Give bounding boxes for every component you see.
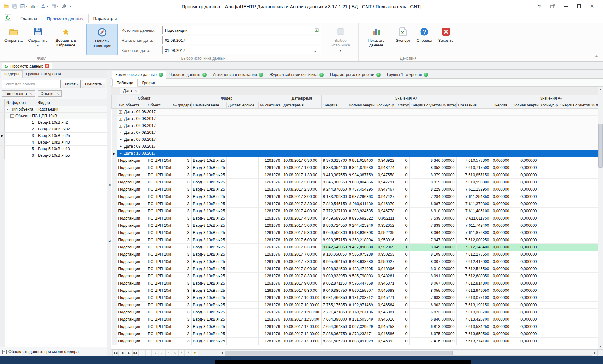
qat-customize-button[interactable]: ▾ bbox=[70, 5, 71, 8]
collapse-box-icon[interactable]: − bbox=[6, 108, 9, 111]
table-row[interactable]: ПодстанцииПС ЦРП 10кВ3Ввод-3 10кВ яч2512… bbox=[112, 316, 598, 323]
source-input[interactable] bbox=[163, 28, 313, 33]
scroll-right-button[interactable]: ▶ bbox=[592, 350, 597, 356]
report-quick-button[interactable]: ▾ bbox=[20, 4, 27, 9]
filter-button[interactable]: ▼ bbox=[192, 350, 198, 356]
column-header[interactable]: Энергия с учетом % потерь bbox=[410, 102, 457, 108]
help-button[interactable]: ? bbox=[533, 0, 546, 13]
table-row[interactable]: ПодстанцииПС ЦРП 10кВ3Ввод-3 10кВ яч2512… bbox=[112, 178, 598, 186]
vertical-scrollbar[interactable]: ▲ ▼ bbox=[598, 87, 603, 349]
feeder-group-row[interactable]: −Объект : ПС ЦРП 10кВ bbox=[0, 113, 107, 119]
document-tab-close-button[interactable]: × bbox=[45, 64, 49, 68]
expand-box-icon[interactable]: + bbox=[119, 110, 122, 114]
feeder-row[interactable]: 1Ввод-1 10кВ яч2 bbox=[0, 119, 107, 126]
date-group-row[interactable]: +Дата : 09.08.2017 bbox=[112, 143, 598, 150]
user-quick-button[interactable]: ▾ bbox=[41, 4, 48, 9]
data-tab[interactable]: Коммерческие данные✓ bbox=[112, 71, 166, 79]
start-date-input[interactable] bbox=[163, 38, 311, 43]
start-date-picker-button[interactable]: ... bbox=[311, 38, 321, 42]
feeder-row[interactable]: ▶3Ввод-3 10кВ яч25 bbox=[0, 133, 107, 139]
view-tab[interactable]: График bbox=[138, 79, 160, 87]
expand-box-icon[interactable]: + bbox=[119, 117, 122, 121]
table-row[interactable]: ПодстанцииПС ЦРП 10кВ3Ввод-3 10кВ яч2512… bbox=[112, 294, 598, 301]
first-record-button[interactable]: ◀ bbox=[112, 350, 119, 356]
table-row[interactable]: ПодстанцииПС ЦРП 10кВ3Ввод-3 10кВ яч2512… bbox=[112, 236, 598, 243]
source-picker-icon[interactable] bbox=[313, 28, 321, 32]
horizontal-scrollbar[interactable]: ◀ ▶ bbox=[219, 350, 598, 356]
column-header[interactable]: № счетчика bbox=[259, 102, 282, 108]
feeder-row[interactable]: 5Ввод-5 10кВ яч13 bbox=[0, 146, 107, 152]
table-row[interactable]: ПодстанцииПС ЦРП 10кВ3Ввод-3 10кВ яч2512… bbox=[112, 323, 598, 330]
collapse-box-icon[interactable]: − bbox=[10, 114, 14, 118]
table-row[interactable]: ПодстанцииПС ЦРП 10кВ3Ввод-3 10кВ яч2512… bbox=[112, 265, 598, 272]
last-record-button[interactable]: ▶ bbox=[132, 350, 139, 356]
add-favorite-button[interactable]: ★ Добавить в избранное bbox=[50, 24, 82, 49]
date-group-row[interactable]: +Дата : 08.08.2017 bbox=[112, 136, 598, 143]
column-header[interactable]: Энергия bbox=[322, 102, 347, 108]
table-row[interactable]: ПодстанцииПС ЦРП 10кВ3Ввод-3 10кВ яч2512… bbox=[112, 157, 598, 164]
table-row[interactable]: ПодстанцииПС ЦРП 10кВ3Ввод-3 10кВ яч2512… bbox=[112, 301, 598, 308]
clear-button[interactable]: Очистить bbox=[82, 80, 105, 88]
save-button[interactable]: Сохранить ▾ bbox=[26, 24, 50, 48]
table-row[interactable]: ПодстанцииПС ЦРП 10кВ3Ввод-3 10кВ яч2512… bbox=[112, 200, 598, 207]
date-group-row[interactable]: +Дата : 05.08.2017 bbox=[112, 115, 598, 122]
date-group-row[interactable]: +Дата : 07.08.2017 bbox=[112, 129, 598, 136]
table-row[interactable]: ПодстанцииПС ЦРП 10кВ3Ввод-3 10кВ яч2512… bbox=[112, 171, 598, 178]
ribbon-collapse-button[interactable] bbox=[593, 54, 600, 59]
date-group-row-selected[interactable]: ▶−Дата : 10.08.2017 bbox=[112, 150, 598, 157]
scroll-up-button[interactable]: ▲ bbox=[598, 87, 603, 92]
column-header[interactable]: Косинус φ bbox=[375, 102, 396, 108]
feeder-row[interactable]: 2Ввод-2 10кВ яч32 bbox=[0, 126, 107, 133]
end-date-picker-button[interactable]: ... bbox=[311, 48, 321, 52]
table-row[interactable]: ПодстанцииПС ЦРП 10кВ3Ввод-3 10кВ яч2512… bbox=[112, 337, 598, 345]
table-row[interactable]: ПодстанцииПС ЦРП 10кВ3Ввод-3 10кВ яч2512… bbox=[112, 251, 598, 258]
expand-box-icon[interactable]: + bbox=[119, 138, 122, 141]
update-on-feeder-change-checkbox[interactable]: ✓ bbox=[2, 350, 7, 354]
date-group-row[interactable]: +Дата : 04.08.2017 bbox=[112, 108, 598, 115]
column-header[interactable]: Наименование bbox=[192, 102, 227, 108]
column-header[interactable]: Энергия bbox=[491, 102, 511, 108]
panel-splitter[interactable]: ◀ ◀ bbox=[107, 70, 111, 356]
column-header[interactable]: Косинус φ bbox=[539, 102, 558, 108]
ribbon-tab[interactable]: Просмотр данных bbox=[42, 14, 88, 23]
column-header[interactable]: Энергия с учетом % по bbox=[558, 102, 598, 108]
feeder-row[interactable]: 4Ввод-4 10кВ яч43 bbox=[0, 139, 107, 146]
band-header[interactable]: Значения А- bbox=[491, 95, 598, 102]
navigation-panel-button[interactable]: Панель навигации bbox=[86, 24, 118, 55]
table-row[interactable]: ПодстанцииПС ЦРП 10кВ3Ввод-3 10кВ яч2512… bbox=[112, 287, 598, 294]
minimize-button[interactable] bbox=[559, 0, 572, 13]
group-field-chip[interactable]: Тип объекта△ bbox=[2, 90, 35, 97]
bookmark-goto-button[interactable]: * bbox=[185, 350, 191, 356]
data-tab[interactable]: Параметры электросети✓ bbox=[327, 71, 384, 79]
data-tab[interactable]: Часовые данные✓ bbox=[166, 71, 210, 79]
next-record-button[interactable]: ▶ bbox=[126, 350, 132, 356]
data-tab[interactable]: Журнал событий счетчика✓ bbox=[266, 71, 327, 79]
collapse-left-icon[interactable]: ◀ bbox=[108, 240, 110, 242]
ribbon-tab[interactable]: Главная bbox=[16, 14, 42, 23]
open-quick-button[interactable] bbox=[4, 4, 9, 9]
search-input[interactable] bbox=[2, 82, 56, 86]
column-header[interactable]: Тип объекта bbox=[117, 102, 146, 108]
export-button[interactable]: X Экспорт bbox=[393, 24, 413, 44]
data-tab[interactable]: Авточтения и показания✓ bbox=[210, 71, 266, 79]
band-header[interactable]: Объект bbox=[117, 95, 171, 102]
search-button[interactable]: Искать bbox=[62, 80, 81, 88]
app-menu-button[interactable] bbox=[2, 13, 14, 22]
feeder-group-row[interactable]: −Тип объекта : Подстанции bbox=[0, 106, 107, 113]
collapse-box-icon[interactable]: − bbox=[119, 152, 122, 155]
expand-box-icon[interactable]: + bbox=[119, 124, 122, 128]
collapse-left-icon[interactable]: ◀ bbox=[108, 183, 110, 186]
column-header[interactable]: № фидера bbox=[171, 102, 192, 108]
column-header[interactable]: Дата/время bbox=[282, 102, 322, 108]
table-row[interactable]: ПодстанцииПС ЦРП 10кВ3Ввод-3 10кВ яч2512… bbox=[112, 229, 598, 236]
post-edit-button[interactable]: ✓ bbox=[159, 350, 165, 356]
column-header[interactable]: Диспетчерское bbox=[227, 102, 259, 108]
column-header[interactable]: Статус bbox=[396, 102, 410, 108]
show-data-button[interactable]: Показать данные bbox=[361, 24, 392, 49]
column-header[interactable]: Полная энергия bbox=[511, 102, 539, 108]
ribbon-tab[interactable]: Параметры bbox=[89, 14, 122, 23]
expand-box-icon[interactable]: + bbox=[119, 131, 122, 134]
table-row[interactable]: ПодстанцииПС ЦРП 10кВ3Ввод-3 10кВ яч2512… bbox=[112, 186, 598, 193]
edit-record-button[interactable]: ▲ bbox=[152, 350, 158, 356]
table-row[interactable]: ПодстанцииПС ЦРП 10кВ3Ввод-3 10кВ яч2512… bbox=[112, 222, 598, 229]
